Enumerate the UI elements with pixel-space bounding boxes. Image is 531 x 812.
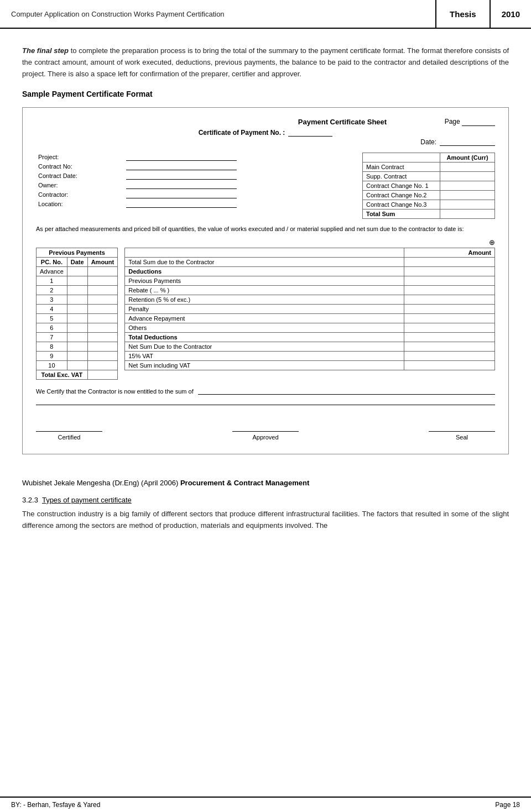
- bottom-section: Wubishet Jekale Mengesha (Dr.Eng) (April…: [0, 479, 531, 572]
- sig-approved: Approved: [232, 421, 299, 441]
- right-summary-table: Amount Total Sum due to the Contractor D…: [124, 248, 495, 370]
- right-label-header: [125, 248, 404, 257]
- location-row: Location:: [36, 200, 356, 209]
- footer-page: Page 18: [495, 801, 520, 809]
- certificate-box: Payment Certificate Sheet Page Certifica…: [22, 107, 509, 454]
- prev-payments-section-header: Previous Payments: [37, 248, 118, 257]
- author-line: Wubishet Jekale Mengesha (Dr.Eng) (April…: [22, 479, 509, 487]
- advance-row: Advance: [37, 266, 118, 276]
- row-8: 8: [37, 342, 118, 351]
- right-header-row: Amount: [125, 248, 495, 257]
- cert-signature-row: Certified Approved Seal: [36, 421, 495, 441]
- owner-row: Owner:: [36, 181, 356, 190]
- right-amount-header: Amount: [404, 248, 495, 257]
- row-9: 9: [37, 351, 118, 360]
- subsection-heading: 3.2.3 Types of payment certificate: [22, 496, 509, 504]
- contractor-row: Contractor:: [36, 190, 356, 200]
- certify-text: We Certify that the Contractor is now en…: [36, 388, 194, 395]
- cert-seal-line: [429, 421, 495, 432]
- sig-seal: Seal: [429, 421, 495, 441]
- cert-certify-line: [198, 387, 495, 395]
- paragraph-1: The final step to complete the preparati…: [22, 45, 509, 80]
- amounts-label-header: [363, 153, 440, 163]
- row-3: 3: [37, 295, 118, 304]
- col-pc-no: PC. No.: [37, 257, 67, 266]
- cert-date-line: [440, 138, 495, 146]
- penalty-row: Penalty: [125, 304, 495, 313]
- total-sum-row: Total Sum: [363, 209, 495, 219]
- rebate-row: Rebate ( ... % ): [125, 285, 495, 295]
- total-exc-vat-row: Total Exc. VAT: [37, 370, 118, 379]
- row-5: 5: [37, 313, 118, 323]
- cert-certified-line: [36, 421, 102, 432]
- vat-row: 15% VAT: [125, 351, 495, 360]
- header-title: Computer Application on Construction Wor…: [0, 0, 435, 28]
- cert-main-table-wrap: Previous Payments PC. No. Date Amount Ad…: [36, 248, 495, 380]
- thesis-label: Thesis: [450, 9, 476, 19]
- year-label: 2010: [502, 9, 520, 19]
- prev-payments-table: Previous Payments PC. No. Date Amount Ad…: [36, 248, 118, 380]
- cert-header-row: Payment Certificate Sheet Page: [36, 118, 495, 126]
- page-header: Computer Application on Construction Wor…: [0, 0, 531, 29]
- author-name: Wubishet Jekale Mengesha (Dr.Eng) (April…: [22, 479, 178, 487]
- row-2: 2: [37, 285, 118, 295]
- cert-subtitle: Certificate of Payment No. :: [199, 129, 285, 137]
- field-label-location: Location:: [36, 200, 124, 209]
- cert-amounts-wrap: Amount (Curr) Main Contract Supp. Contra…: [356, 153, 495, 219]
- cert-project-info: Project: Contract No: Contract Date: Own…: [36, 153, 356, 219]
- cert-payment-no-row: Certificate of Payment No. :: [36, 128, 495, 137]
- deductions-header-row: Deductions: [125, 266, 495, 276]
- approved-label: Approved: [252, 434, 278, 441]
- cert-payment-no-line: [288, 128, 332, 137]
- cert-prev-payments: Previous Payments PC. No. Date Amount Ad…: [36, 248, 118, 380]
- amounts-header: Amount (Curr): [440, 153, 495, 163]
- advance-repayment-row: Advance Repayment: [125, 313, 495, 323]
- page-label: Page: [445, 118, 460, 125]
- header-title-text: Computer Application on Construction Wor…: [11, 10, 225, 18]
- cert-page: Page: [445, 118, 495, 126]
- row-6: 6: [37, 323, 118, 332]
- others-row: Others: [125, 323, 495, 332]
- date-label: Date:: [420, 138, 436, 146]
- contract-no-row: Contract No:: [36, 162, 356, 171]
- supp-contract-row: Supp. Contract: [363, 172, 495, 181]
- header-year: 2010: [491, 0, 531, 28]
- prev-payments-header-row: PC. No. Date Amount: [37, 257, 118, 266]
- cert-date-row: Date:: [36, 138, 495, 146]
- cert-amounts-table: Amount (Curr) Main Contract Supp. Contra…: [362, 153, 495, 219]
- retention-row: Retention (5 % of exc.): [125, 295, 495, 304]
- para-bottom: The construction industry is a big famil…: [22, 509, 509, 532]
- row-7: 7: [37, 332, 118, 342]
- subsection-underline: Types of payment certificate: [42, 496, 132, 504]
- cert-title: Payment Certificate Sheet: [240, 118, 444, 126]
- certified-label: Certified: [58, 434, 81, 441]
- field-label-owner: Owner:: [36, 181, 124, 190]
- change-1-row: Contract Change No. 1: [363, 181, 495, 191]
- section-heading: Sample Payment Certificate Format: [22, 90, 509, 98]
- net-sum-vat-row: Net Sum including VAT: [125, 360, 495, 370]
- main-contract-row: Main Contract: [363, 163, 495, 172]
- change-2-row: Contract Change No.2: [363, 191, 495, 200]
- field-label-contractor: Contractor:: [36, 190, 124, 200]
- col-date: Date: [67, 257, 87, 266]
- plus-icon: ⊕: [36, 238, 495, 247]
- row-4: 4: [37, 304, 118, 313]
- certify-underline: [36, 398, 495, 405]
- prev-payments-deduct-row: Previous Payments: [125, 276, 495, 285]
- change-3-row: Contract Change No.3: [363, 200, 495, 209]
- project-fields-table: Project: Contract No: Contract Date: Own…: [36, 153, 356, 209]
- cert-approved-line: [232, 421, 299, 432]
- bold-part: Procurement & Contract Management: [180, 479, 309, 487]
- row-1: 1: [37, 276, 118, 285]
- main-content: The final step to complete the preparati…: [0, 29, 531, 479]
- field-label-contractdate: Contract Date:: [36, 171, 124, 181]
- sig-certified: Certified: [36, 421, 102, 441]
- field-label-project: Project:: [36, 153, 124, 162]
- header-thesis: Thesis: [435, 0, 491, 28]
- seal-label: Seal: [456, 434, 468, 441]
- total-deductions-row: Total Deductions: [125, 332, 495, 342]
- footer-author: BY: - Berhan, Tesfaye & Yared: [11, 801, 100, 809]
- col-amount: Amount: [87, 257, 118, 266]
- bold-italic-text: The final step: [22, 46, 69, 55]
- amounts-header-row: Amount (Curr): [363, 153, 495, 163]
